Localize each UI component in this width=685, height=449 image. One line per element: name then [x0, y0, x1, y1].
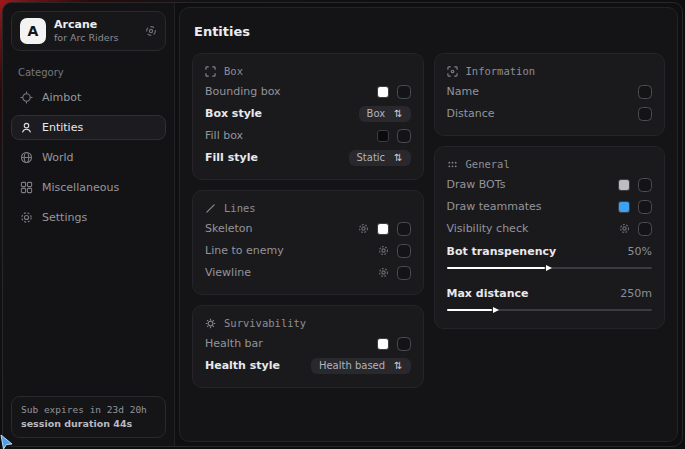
- left-column: Box Bounding box Box style Box ⇅: [192, 53, 424, 388]
- lines-card-header: Lines: [205, 202, 411, 214]
- fill-style-value: Static: [357, 152, 386, 163]
- sidebar-item-label: Settings: [42, 211, 87, 224]
- fill-style-row: Fill style Static ⇅: [205, 147, 411, 168]
- max-distance-value: 250m: [620, 287, 652, 300]
- lines-card: Lines Skeleton Line to enemy: [192, 190, 424, 295]
- sidebar-item-entities[interactable]: Entities: [11, 115, 166, 140]
- health-bar-checkbox[interactable]: [397, 337, 411, 351]
- fill-box-color-swatch[interactable]: [377, 130, 389, 142]
- brand-logo: A: [20, 18, 46, 44]
- health-style-row: Health style Health based ⇅: [205, 355, 411, 376]
- lines-card-title: Lines: [224, 202, 256, 214]
- survivability-card: Survivability Health bar Health style He…: [192, 305, 424, 388]
- line-to-enemy-row: Line to enemy: [205, 240, 411, 261]
- max-distance-label: Max distance: [447, 287, 621, 300]
- box-style-label: Box style: [205, 107, 351, 120]
- brand-name: Arcane: [54, 18, 119, 32]
- dots-grid-icon: [447, 159, 458, 170]
- information-card: Information Name Distance: [434, 53, 666, 136]
- bot-transparency-label: Bot transpenency: [447, 245, 628, 258]
- bounding-box-checkbox[interactable]: [397, 85, 411, 99]
- brand-text: Arcane for Arc Riders: [54, 18, 119, 44]
- updown-arrows-icon: ⇅: [394, 361, 402, 371]
- skeleton-checkbox[interactable]: [397, 222, 411, 236]
- updown-arrows-icon: ⇅: [394, 109, 402, 119]
- distance-row: Distance: [447, 103, 653, 124]
- draw-bots-checkbox[interactable]: [638, 178, 652, 192]
- viewline-settings-gear-icon[interactable]: [378, 267, 389, 278]
- name-label: Name: [447, 85, 631, 98]
- viewline-checkbox[interactable]: [397, 266, 411, 280]
- line-to-enemy-checkbox[interactable]: [397, 244, 411, 258]
- sidebar-item-world[interactable]: World: [11, 145, 166, 170]
- survivability-card-header: Survivability: [205, 317, 411, 329]
- draw-teammates-checkbox[interactable]: [638, 200, 652, 214]
- max-distance-slider[interactable]: [447, 309, 653, 311]
- health-bar-row: Health bar: [205, 333, 411, 354]
- sidebar-item-label: Entities: [42, 121, 83, 134]
- draw-bots-color-swatch[interactable]: [618, 179, 630, 191]
- skeleton-settings-gear-icon[interactable]: [358, 223, 369, 234]
- box-card-header: Box: [205, 65, 411, 77]
- visibility-check-checkbox[interactable]: [638, 222, 652, 236]
- draw-teammates-label: Draw teammates: [447, 200, 611, 213]
- sidebar-item-label: Miscellaneous: [42, 181, 119, 194]
- bounding-box-color-swatch[interactable]: [377, 86, 389, 98]
- sidebar-item-aimbot[interactable]: Aimbot: [11, 85, 166, 110]
- subscription-expiry: Sub expires in 23d 20h: [21, 403, 156, 417]
- box-brackets-icon: [205, 66, 216, 77]
- fill-style-dropdown[interactable]: Static ⇅: [349, 150, 411, 166]
- globe-icon: [20, 151, 33, 164]
- draw-teammates-row: Draw teammates: [447, 196, 653, 217]
- health-bar-color-swatch[interactable]: [377, 338, 389, 350]
- brand-subtitle: for Arc Riders: [54, 32, 119, 44]
- gear-icon: [20, 211, 33, 224]
- draw-bots-label: Draw BOTs: [447, 178, 611, 191]
- skeleton-color-swatch[interactable]: [377, 223, 389, 235]
- sidebar-item-settings[interactable]: Settings: [11, 205, 166, 230]
- fill-style-label: Fill style: [205, 151, 341, 164]
- visibility-check-label: Visibility check: [447, 222, 612, 235]
- info-scan-icon: [447, 66, 458, 77]
- category-label: Category: [18, 67, 159, 78]
- box-card: Box Bounding box Box style Box ⇅: [192, 53, 424, 180]
- bot-transparency-slider[interactable]: [447, 267, 653, 269]
- bounding-box-row: Bounding box: [205, 81, 411, 102]
- survivability-card-title: Survivability: [224, 317, 306, 329]
- session-duration: session duration 44s: [21, 417, 156, 431]
- line-to-enemy-settings-gear-icon[interactable]: [378, 245, 389, 256]
- crosshair-icon: [20, 91, 33, 104]
- box-style-dropdown[interactable]: Box ⇅: [359, 106, 411, 122]
- general-card-header: General: [447, 158, 653, 170]
- bounding-box-label: Bounding box: [205, 85, 369, 98]
- subscription-card: Sub expires in 23d 20h session duration …: [11, 396, 166, 439]
- distance-label: Distance: [447, 107, 631, 120]
- main-panel: Entities Box Bounding box: [179, 7, 678, 442]
- fill-box-checkbox[interactable]: [397, 129, 411, 143]
- grid-icon: [20, 181, 33, 194]
- box-style-row: Box style Box ⇅: [205, 103, 411, 124]
- general-card: General Draw BOTs Draw teammates Visibil…: [434, 146, 666, 329]
- viewline-label: Viewline: [205, 266, 370, 279]
- draw-bots-row: Draw BOTs: [447, 174, 653, 195]
- name-checkbox[interactable]: [638, 85, 652, 99]
- health-style-dropdown[interactable]: Health based ⇅: [311, 358, 411, 374]
- fill-box-label: Fill box: [205, 129, 369, 142]
- updown-arrows-icon: ⇅: [394, 153, 402, 163]
- max-distance-slider-fill[interactable]: [447, 309, 492, 311]
- refresh-icon[interactable]: [145, 25, 157, 37]
- name-row: Name: [447, 81, 653, 102]
- distance-checkbox[interactable]: [638, 107, 652, 121]
- visibility-check-settings-gear-icon[interactable]: [619, 223, 630, 234]
- bot-transparency-slider-fill[interactable]: [447, 267, 546, 269]
- sidebar: A Arcane for Arc Riders Category: [3, 3, 175, 446]
- skeleton-row: Skeleton: [205, 218, 411, 239]
- skeleton-label: Skeleton: [205, 222, 350, 235]
- draw-teammates-color-swatch[interactable]: [618, 201, 630, 213]
- right-column: Information Name Distance: [434, 53, 666, 329]
- health-bar-label: Health bar: [205, 337, 369, 350]
- line-to-enemy-label: Line to enemy: [205, 244, 370, 257]
- sidebar-nav: Aimbot Entities World: [11, 80, 166, 230]
- sidebar-item-label: Aimbot: [42, 91, 81, 104]
- sidebar-item-miscellaneous[interactable]: Miscellaneous: [11, 175, 166, 200]
